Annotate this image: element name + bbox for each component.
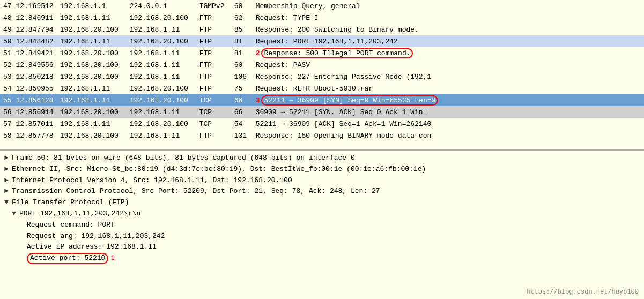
packet-proto: FTP	[196, 24, 231, 35]
packet-dst: 192.168.1.11	[127, 47, 196, 59]
table-row[interactable]: 49 12.847794 192.168.20.100 192.168.1.11…	[0, 24, 644, 35]
annotation-1: 1	[110, 253, 114, 264]
packet-dst: 192.168.20.100	[127, 83, 196, 94]
packet-no: 50 12.848482	[0, 35, 57, 47]
packet-dst: 192.168.1.11	[127, 71, 196, 83]
packet-len: 66	[231, 94, 253, 106]
table-row[interactable]: 56 12.856914 192.168.20.100 192.168.1.11…	[0, 106, 644, 118]
packet-info: Request: RETR Uboot-5030.rar	[253, 83, 644, 94]
packet-len: 131	[231, 130, 253, 141]
watermark: https://blog.csdn.net/huyb100	[527, 288, 639, 296]
packet-proto: FTP	[196, 71, 231, 83]
packet-info: Response: 227 Entering Passive Mode (192…	[253, 71, 644, 83]
annotation-number: 2	[256, 49, 260, 57]
ip-text: Internet Protocol Version 4, Src: 192.16…	[12, 175, 292, 186]
packet-proto: FTP	[196, 130, 231, 141]
packet-info: Request: PORT 192,168,1,11,203,242	[253, 35, 644, 47]
packet-no: 53 12.850218	[0, 71, 57, 83]
req-arg-line: Request arg: 192,168,1,11,203,242	[4, 231, 640, 242]
packet-info: Request: TYPE I	[253, 12, 644, 24]
packet-len: 81	[231, 47, 253, 59]
port-expand-arrow[interactable]: ▼	[12, 208, 19, 220]
packet-len: 81	[231, 35, 253, 47]
packet-proto: FTP	[196, 83, 231, 94]
req-cmd-text: Request command: PORT	[27, 220, 115, 231]
packet-len: 60	[231, 0, 253, 12]
table-row[interactable]: 55 12.856128 192.168.1.11 192.168.20.100…	[0, 94, 644, 106]
packet-src: 192.168.20.100	[57, 106, 127, 118]
frame-expand-arrow[interactable]: ►	[4, 153, 12, 164]
ethernet-text: Ethernet II, Src: Micro-St_bc:80:19 (d4:…	[12, 164, 426, 175]
packet-no: 55 12.856128	[0, 94, 57, 106]
packet-dst: 192.168.1.11	[127, 130, 196, 141]
packet-len: 75	[231, 83, 253, 94]
packet-info: Response: 150 Opening BINARY mode data c…	[253, 130, 644, 141]
table-row[interactable]: 53 12.850218 192.168.20.100 192.168.1.11…	[0, 71, 644, 83]
active-port-oval: Active port: 52210	[27, 253, 108, 264]
packet-dst: 192.168.1.11	[127, 106, 196, 118]
packet-info: 352211 → 36909 [SYN] Seq=0 Win=65535 Len…	[253, 94, 644, 106]
packet-dst: 224.0.0.1	[127, 0, 196, 12]
packet-len: 60	[231, 59, 253, 71]
table-row[interactable]: 48 12.846911 192.168.1.11 192.168.20.100…	[0, 12, 644, 24]
packet-no: 51 12.849421	[0, 47, 57, 59]
packet-src: 192.168.20.100	[57, 130, 127, 141]
table-row[interactable]: 58 12.857778 192.168.20.100 192.168.1.11…	[0, 130, 644, 141]
packet-src: 192.168.20.100	[57, 24, 127, 35]
req-cmd-line: Request command: PORT	[4, 220, 640, 231]
active-port-text: Active port: 52210	[30, 254, 105, 262]
packet-src: 192.168.20.100	[57, 71, 127, 83]
packet-src: 192.168.20.100	[57, 59, 127, 71]
ethernet-line: ► Ethernet II, Src: Micro-St_bc:80:19 (d…	[4, 164, 640, 175]
frame-text: Frame 50: 81 bytes on wire (648 bits), 8…	[12, 153, 355, 164]
packet-dst: 192.168.20.100	[127, 94, 196, 106]
ethernet-expand-arrow[interactable]: ►	[4, 164, 12, 175]
packet-proto: FTP	[196, 12, 231, 24]
packet-no: 56 12.856914	[0, 106, 57, 118]
req-arg-text: Request arg: 192,168,1,11,203,242	[27, 231, 165, 242]
info-oval: Response: 500 Illegal PORT command.	[261, 48, 413, 58]
packet-proto: FTP	[196, 35, 231, 47]
ip-expand-arrow[interactable]: ►	[4, 175, 12, 186]
packet-len: 62	[231, 12, 253, 24]
table-row[interactable]: 47 12.169512 192.168.1.1 224.0.0.1 IGMPv…	[0, 0, 644, 12]
packet-len: 66	[231, 106, 253, 118]
packet-info: 52211 → 36909 [ACK] Seq=1 Ack=1 Win=2621…	[253, 118, 644, 130]
tcp-text: Transmission Control Protocol, Src Port:…	[12, 186, 380, 197]
active-port-line: Active port: 52210 1	[4, 253, 640, 264]
table-row[interactable]: 57 12.857011 192.168.1.11 192.168.20.100…	[0, 118, 644, 130]
frame-line: ► Frame 50: 81 bytes on wire (648 bits),…	[4, 153, 640, 164]
packet-info: 36909 → 52211 [SYN, ACK] Seq=0 Ack=1 Win…	[253, 106, 644, 118]
tcp-expand-arrow[interactable]: ►	[4, 186, 12, 197]
packet-len: 54	[231, 118, 253, 130]
packet-dst: 192.168.1.11	[127, 59, 196, 71]
packet-len: 106	[231, 71, 253, 83]
packet-proto: TCP	[196, 94, 231, 106]
table-row[interactable]: 54 12.850955 192.168.1.11 192.168.20.100…	[0, 83, 644, 94]
packet-dst: 192.168.20.100	[127, 118, 196, 130]
table-row[interactable]: 52 12.849556 192.168.20.100 192.168.1.11…	[0, 59, 644, 71]
ftp-expand-arrow[interactable]: ▼	[4, 197, 12, 208]
table-row[interactable]: 50 12.848482 192.168.1.11 192.168.20.100…	[0, 35, 644, 47]
packet-no: 54 12.850955	[0, 83, 57, 94]
packet-src: 192.168.1.11	[57, 83, 127, 94]
packet-src: 192.168.1.11	[57, 118, 127, 130]
packet-no: 48 12.846911	[0, 12, 57, 24]
port-text: PORT 192,168,1,11,203,242\r\n	[19, 208, 140, 220]
packet-dst: 192.168.20.100	[127, 12, 196, 24]
ftp-line: ▼ File Transfer Protocol (FTP)	[4, 197, 640, 208]
info-oval: 52211 → 36909 [SYN] Seq=0 Win=65535 Len=…	[261, 95, 438, 106]
tcp-line: ► Transmission Control Protocol, Src Por…	[4, 186, 640, 197]
packet-proto: FTP	[196, 47, 231, 59]
packet-info: Response: 200 Switching to Binary mode.	[253, 24, 644, 35]
packet-info: Request: PASV	[253, 59, 644, 71]
active-ip-line: Active IP address: 192.168.1.11	[4, 242, 640, 253]
table-row[interactable]: 51 12.849421 192.168.20.100 192.168.1.11…	[0, 47, 644, 59]
packet-len: 85	[231, 24, 253, 35]
packet-dst: 192.168.20.100	[127, 35, 196, 47]
packet-src: 192.168.1.11	[57, 35, 127, 47]
packet-proto: FTP	[196, 59, 231, 71]
packet-src: 192.168.1.11	[57, 12, 127, 24]
packet-no: 58 12.857778	[0, 130, 57, 141]
packet-proto: IGMPv2	[196, 0, 231, 12]
